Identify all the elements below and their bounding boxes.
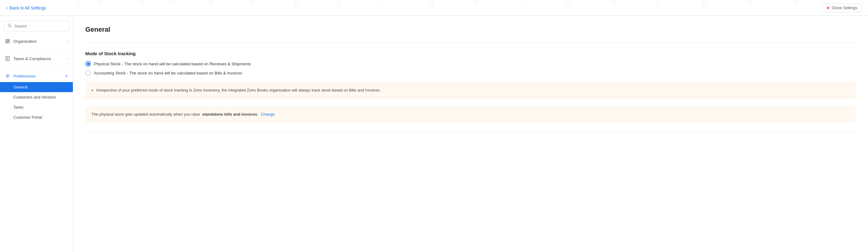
notice-punctuation: .: [257, 112, 258, 116]
pref-chevron-icon: ∨: [65, 74, 68, 78]
accounting-stock-label: Accounting Stock - The stock on hand wil…: [94, 71, 242, 75]
info-box: Irrespective of your preferred mode of s…: [85, 82, 856, 99]
back-label: Back to All Settings: [9, 5, 46, 10]
tasks-label: Tasks: [13, 105, 24, 110]
tax-icon: [5, 56, 10, 61]
notice-bold-text: standalone bills and invoices: [202, 112, 257, 116]
sidebar-item-customers-vendors[interactable]: Customers and Vendors: [0, 92, 73, 102]
search-input[interactable]: [14, 24, 65, 28]
svg-rect-4: [8, 39, 9, 40]
notice-text: The physical stock gets updated automati…: [91, 111, 258, 118]
sidebar-item-taxes[interactable]: Taxes & Compliance ›: [0, 53, 73, 65]
main-content: General Mode of Stock tracking Physical …: [73, 16, 868, 252]
accounting-radio-btn[interactable]: [85, 70, 91, 76]
org-chevron-icon: ›: [67, 39, 68, 43]
sidebar-item-label-pref: Preferences: [13, 74, 36, 78]
preferences-subitems: General Customers and Vendors Tasks Cust…: [0, 82, 73, 122]
svg-rect-5: [8, 41, 9, 43]
bottom-divider: [85, 131, 856, 132]
physical-stock-option[interactable]: Physical Stock - The stock on hand will …: [85, 61, 856, 66]
notice-box: The physical stock gets updated automati…: [85, 107, 856, 123]
svg-line-1: [11, 27, 12, 28]
svg-rect-3: [6, 42, 7, 43]
org-icon: [5, 38, 10, 44]
physical-stock-label: Physical Stock - The stock on hand will …: [94, 62, 251, 66]
close-x-icon: ✕: [826, 5, 830, 10]
notice-text-span: The physical stock gets updated automati…: [91, 112, 200, 116]
sidebar-item-tasks[interactable]: Tasks: [0, 102, 73, 112]
pref-icon: [5, 73, 10, 79]
accounting-stock-option[interactable]: Accounting Stock - The stock on hand wil…: [85, 70, 856, 76]
svg-rect-2: [6, 39, 7, 41]
sidebar-item-preferences[interactable]: Preferences ∨: [0, 70, 73, 82]
general-label: General: [13, 85, 27, 89]
page-title: General: [85, 26, 856, 33]
search-icon: [8, 24, 12, 29]
sidebar-item-general[interactable]: General: [0, 82, 73, 92]
stock-tracking-radio-group: Physical Stock - The stock on hand will …: [85, 61, 856, 76]
customers-vendors-label: Customers and Vendors: [13, 95, 56, 100]
back-chevron-icon: ‹: [6, 5, 8, 11]
change-link[interactable]: Change: [261, 111, 275, 118]
customer-portal-label: Customer Portal: [13, 115, 42, 120]
sidebar-item-label-org: Organization: [13, 39, 37, 44]
top-divider: [85, 42, 856, 43]
sidebar: Organization › Taxes: [0, 16, 73, 252]
section-title: Mode of Stock tracking: [85, 51, 856, 56]
sidebar-item-customer-portal[interactable]: Customer Portal: [0, 112, 73, 122]
close-settings-label: Close Settings: [832, 5, 857, 10]
taxes-chevron-icon: ›: [67, 56, 68, 61]
sidebar-item-organization[interactable]: Organization ›: [0, 35, 73, 47]
svg-point-10: [7, 75, 8, 77]
back-to-settings-link[interactable]: ‹ Back to All Settings: [6, 5, 46, 11]
info-text: Irrespective of your preferred mode of s…: [96, 87, 850, 94]
physical-radio-btn[interactable]: [85, 61, 91, 66]
sidebar-item-label-taxes: Taxes & Compliance: [13, 56, 51, 61]
close-settings-button[interactable]: ✕ Close Settings: [822, 3, 862, 12]
search-box[interactable]: [4, 21, 69, 31]
